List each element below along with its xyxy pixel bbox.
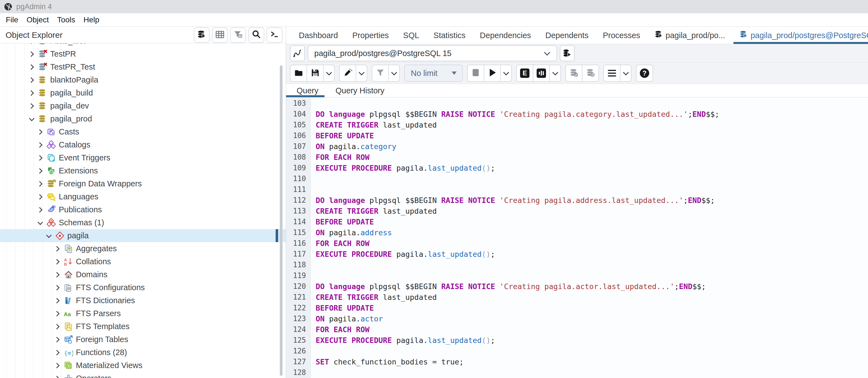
tree-item-functions-28[interactable]: {≡}Functions (28)	[0, 346, 286, 359]
filter-menu-button[interactable]	[389, 65, 400, 82]
tree-scrollbar[interactable]	[280, 65, 282, 376]
chevron-right-icon[interactable]	[28, 76, 36, 84]
tree-item-pagila-prod[interactable]: pagila_prod	[0, 112, 286, 125]
execute-menu-button[interactable]	[500, 65, 512, 82]
edit-menu-button[interactable]	[356, 65, 367, 82]
chevron-right-icon[interactable]	[36, 154, 44, 162]
tab-pagila-prod-po[interactable]: pagila_prod/po...	[647, 27, 732, 44]
sql-editor[interactable]: 1031041051061071081091101111121131141151…	[286, 97, 868, 378]
chevron-right-icon[interactable]	[28, 63, 36, 71]
tree-item-foreign-tables[interactable]: Foreign Tables	[0, 333, 286, 346]
new-connection-button[interactable]	[560, 45, 575, 61]
macros-menu-button[interactable]	[620, 65, 631, 82]
query-tool-button[interactable]	[194, 27, 210, 43]
tab-dependents[interactable]: Dependents	[538, 27, 596, 44]
fts-parsers-icon: Aa	[64, 309, 73, 318]
tree-item-atlas-test[interactable]: Atlas_test	[0, 43, 286, 48]
main-panel: DashboardPropertiesSQLStatisticsDependen…	[286, 27, 868, 378]
chevron-right-icon[interactable]	[36, 193, 44, 201]
chevron-right-icon[interactable]	[53, 284, 62, 292]
chevron-right-icon[interactable]	[53, 361, 62, 370]
view-data-button[interactable]	[212, 27, 228, 43]
save-button[interactable]	[307, 65, 323, 82]
chevron-right-icon[interactable]	[28, 50, 36, 58]
psql-tool-button[interactable]	[267, 27, 282, 43]
menu-item-tools[interactable]: Tools	[53, 16, 79, 24]
connection-status-button[interactable]	[290, 45, 305, 61]
tab-properties[interactable]: Properties	[345, 27, 396, 44]
tree-item-pagila-build[interactable]: pagila_build	[0, 86, 286, 99]
tab-dependencies[interactable]: Dependencies	[473, 27, 538, 44]
edit-button[interactable]	[339, 65, 356, 82]
chevron-right-icon[interactable]	[53, 374, 62, 378]
tree-item-domains[interactable]: Domains	[0, 268, 286, 281]
menu-item-file[interactable]: File	[2, 16, 22, 24]
row-limit-select[interactable]: No limit	[404, 65, 463, 82]
connection-select[interactable]: pagila_prod/postgres@PostgreSQL 15	[308, 45, 557, 61]
save-menu-button[interactable]	[323, 65, 335, 82]
explain-menu-button[interactable]	[550, 65, 561, 82]
chevron-right-icon[interactable]	[36, 180, 44, 188]
chevron-right-icon[interactable]	[36, 206, 44, 214]
menu-item-object[interactable]: Object	[22, 16, 53, 24]
tree-item-event-triggers[interactable]: Event Triggers	[0, 151, 286, 164]
help-button[interactable]: ?	[636, 65, 653, 82]
tree-item-fts-configurations[interactable]: FTS Configurations	[0, 281, 286, 294]
chevron-right-icon[interactable]	[36, 167, 44, 175]
chevron-right-icon[interactable]	[28, 43, 36, 45]
chevron-right-icon[interactable]	[53, 258, 62, 266]
chevron-right-icon[interactable]	[53, 348, 62, 357]
chevron-down-icon[interactable]	[45, 232, 53, 240]
chevron-right-icon[interactable]	[28, 102, 36, 110]
chevron-right-icon[interactable]	[53, 244, 62, 253]
tree-item-fts-parsers[interactable]: AaFTS Parsers	[0, 307, 286, 320]
chevron-right-icon[interactable]	[28, 89, 36, 97]
save-icon	[311, 68, 320, 79]
explain-button[interactable]: E	[516, 65, 533, 82]
tree-item-pagila-dev[interactable]: pagila_dev	[0, 99, 286, 112]
tree-item-aggregates[interactable]: Aggregates	[0, 242, 286, 255]
tree-item-testpr-test[interactable]: TestPR_Test	[0, 60, 286, 74]
tree-item-operators[interactable]: Operators	[0, 372, 286, 378]
tab-statistics[interactable]: Statistics	[426, 27, 473, 44]
tree-item-publications[interactable]: Publications	[0, 203, 286, 216]
tab-query[interactable]: Query	[286, 84, 324, 97]
chevron-right-icon[interactable]	[53, 296, 62, 305]
explain-analyze-button[interactable]	[533, 65, 550, 82]
editor-code[interactable]: DO language plpgsql $$BEGIN RAISE NOTICE…	[311, 97, 868, 378]
database-disconnected-icon	[38, 43, 48, 46]
tree-item-languages[interactable]: Languages	[0, 190, 286, 203]
tree-item-collations[interactable]: ABCollations	[0, 255, 286, 268]
chevron-right-icon[interactable]	[53, 310, 62, 318]
chevron-right-icon[interactable]	[53, 322, 62, 331]
chevron-right-icon[interactable]	[53, 336, 62, 344]
tree-item-pagila[interactable]: pagila	[0, 229, 286, 242]
tree-item-materialized-views[interactable]: Materialized Views	[0, 359, 286, 372]
tree-item-casts[interactable]: Casts	[0, 125, 286, 138]
open-file-button[interactable]	[290, 65, 307, 82]
code-line-103	[316, 98, 868, 109]
search-objects-button[interactable]	[248, 27, 264, 43]
macros-button[interactable]	[603, 65, 620, 82]
filtered-rows-button[interactable]	[230, 27, 246, 43]
tab-dashboard[interactable]: Dashboard	[291, 27, 345, 44]
tree-item-blanktopagila[interactable]: blanktoPagila	[0, 74, 286, 86]
chevron-down-icon[interactable]	[28, 115, 36, 123]
menu-item-help[interactable]: Help	[79, 16, 103, 24]
tab-pagila-prod-postgres-postgresql-15[interactable]: pagila_prod/postgres@PostgreSQL 15*	[732, 27, 868, 44]
chevron-down-icon[interactable]	[36, 219, 44, 227]
execute-button[interactable]	[484, 65, 500, 82]
tree-item-fts-templates[interactable]: FTS Templates	[0, 320, 286, 333]
tree-item-catalogs[interactable]: Catalogs	[0, 138, 286, 151]
chevron-right-icon[interactable]	[53, 270, 62, 279]
tab-sql[interactable]: SQL	[396, 27, 426, 44]
chevron-right-icon[interactable]	[36, 141, 44, 149]
tab-query-history[interactable]: Query History	[330, 84, 391, 97]
tree-item-fts-dictionaries[interactable]: FTS Dictionaries	[0, 294, 286, 307]
tree-item-foreign-data-wrappers[interactable]: Foreign Data Wrappers	[0, 177, 286, 190]
tree-item-testpr[interactable]: TestPR	[0, 48, 286, 60]
chevron-right-icon[interactable]	[36, 128, 44, 136]
tab-processes[interactable]: Processes	[596, 27, 647, 44]
tree-item-schemas-1[interactable]: Schemas (1)	[0, 216, 286, 229]
tree-item-extensions[interactable]: Extensions	[0, 164, 286, 177]
